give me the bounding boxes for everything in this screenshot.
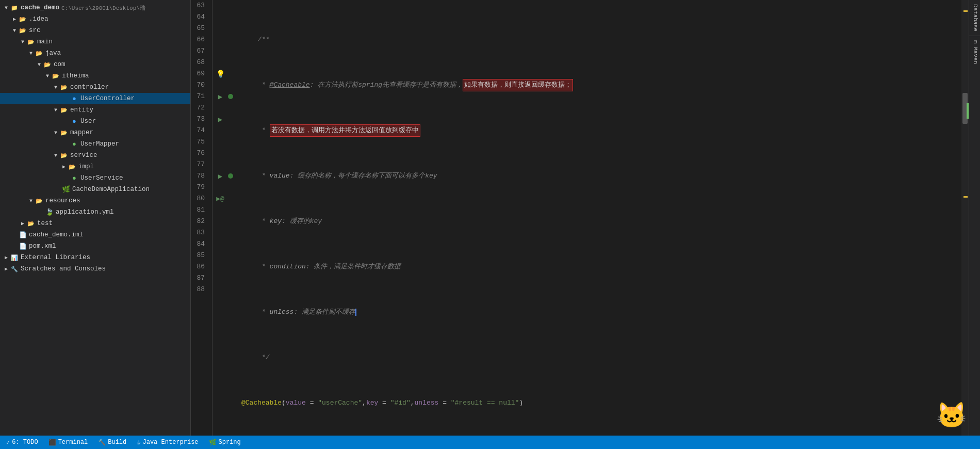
spring-status[interactable]: 🌿 Spring — [207, 439, 243, 446]
sidebar-item-main[interactable]: ▼ 📂 main — [0, 36, 190, 47]
gutter-69: 💡 — [213, 68, 228, 79]
arrow-icon: ▼ — [35, 62, 43, 68]
arrow-icon: ▼ — [10, 28, 19, 34]
arrow-icon: ▼ — [52, 130, 60, 136]
sidebar-item-external-libraries[interactable]: ▶ 📊 External Libraries — [0, 252, 190, 263]
code-line-65: * 若没有数据，调用方法并将方法返回值放到缓存中 — [241, 125, 961, 136]
line-num-67: 67 — [191, 45, 208, 57]
sidebar-item-application-yml[interactable]: ▶ 🍃 application.yml — [0, 206, 190, 218]
bookmark-gutter — [228, 0, 237, 436]
arrow-icon: ▼ — [27, 198, 35, 204]
sidebar-item-pom[interactable]: ▶ 📄 pom.xml — [0, 240, 190, 252]
folder-icon: 📂 — [60, 151, 68, 159]
sidebar-item-itheima[interactable]: ▼ 📂 itheima — [0, 70, 190, 82]
sidebar-item-user[interactable]: ▶ ● User — [0, 116, 190, 127]
gutter-row — [228, 148, 237, 159]
gutter-row — [228, 227, 237, 238]
run-gutter-icon[interactable]: ▶ — [218, 172, 222, 181]
interface-icon: ● — [70, 174, 78, 182]
sidebar-item-iml[interactable]: ▶ 📄 cache_demo.iml — [0, 229, 190, 240]
code-text: = — [438, 397, 450, 409]
sidebar-item-impl[interactable]: ▶ 📂 impl — [0, 161, 190, 172]
gutter-row — [228, 34, 237, 45]
code-text: "userCache" — [318, 397, 362, 409]
sidebar-item-entity[interactable]: ▼ 📂 entity — [0, 104, 190, 116]
code-line-67: * key: 缓存的key — [241, 216, 961, 227]
interface-icon: ● — [70, 140, 78, 148]
sidebar-item-java[interactable]: ▼ 📂 java — [0, 47, 190, 59]
class-icon: ● — [70, 117, 78, 125]
gutter-82 — [213, 216, 228, 227]
maven-panel-button[interactable]: m Maven — [969, 36, 980, 68]
sidebar-item-idea[interactable]: ▶ 📂 .idea — [0, 13, 190, 25]
sidebar-item-cache-demo[interactable]: ▼ 📁 cache_demo C:\Users\29001\Desktop\瑞 — [0, 2, 190, 13]
code-text: @Cacheable — [241, 397, 282, 409]
code-text: value — [286, 397, 306, 409]
arrow-icon: ▼ — [19, 39, 27, 45]
folder-icon: 📂 — [60, 83, 68, 91]
code-line-63: /** — [241, 34, 961, 45]
gutter-row — [228, 68, 237, 79]
run-gutter-icon[interactable]: ▶ — [218, 115, 222, 124]
sidebar-item-scratches[interactable]: ▶ 🔧 Scratches and Consoles — [0, 263, 190, 275]
code-text: , — [411, 397, 415, 409]
line-num-70: 70 — [191, 79, 208, 91]
library-icon: 📊 — [10, 253, 19, 262]
gutter-icons: 💡 ▶ ▶ ▶ ▶@ — [213, 0, 228, 436]
code-text: * key: 缓存的key — [241, 216, 322, 227]
code-editor[interactable]: /** * @Cacheable: 在方法执行前spring先查看缓存中是否有数… — [237, 0, 961, 436]
folder-icon: 📂 — [27, 219, 35, 228]
gutter-row — [228, 102, 237, 114]
sidebar-item-user-controller[interactable]: ▶ ● UserController — [0, 93, 190, 104]
run-gutter-icon[interactable]: ▶ — [218, 92, 222, 101]
iml-icon: 📄 — [19, 231, 27, 239]
run-gutter-icon[interactable]: ▶@ — [216, 195, 224, 203]
java-enterprise-status[interactable]: ☕ Java Enterprise — [135, 439, 200, 446]
class-icon: ● — [70, 94, 78, 103]
code-text: , — [362, 397, 366, 409]
sidebar-item-cache-demo-app[interactable]: ▶ 🌿 CacheDemoApplication — [0, 184, 190, 195]
sidebar-label: java — [45, 50, 61, 57]
sidebar-item-service[interactable]: ▼ 📂 service — [0, 150, 190, 161]
sidebar-label: pom.xml — [29, 243, 56, 250]
gutter-row — [228, 79, 237, 91]
gutter-86 — [213, 261, 228, 272]
folder-icon: 📂 — [19, 15, 27, 23]
vertical-scrollbar[interactable] — [961, 0, 969, 436]
sidebar-item-resources[interactable]: ▼ 📂 resources — [0, 195, 190, 206]
line-num-76: 76 — [191, 148, 208, 159]
sidebar-item-user-mapper[interactable]: ▶ ● UserMapper — [0, 138, 190, 150]
line-num-72: 72 — [191, 102, 208, 114]
bulb-icon[interactable]: 💡 — [216, 70, 225, 78]
code-text: * value: 缓存的名称，每个缓存名称下面可以有多个key — [241, 170, 437, 182]
sidebar-label: application.yml — [56, 209, 114, 216]
gutter-75 — [213, 136, 228, 148]
line-num-69: 69 — [191, 68, 208, 79]
build-status[interactable]: 🔨 Build — [96, 439, 128, 446]
todo-status[interactable]: ✓ 6: TODO — [4, 439, 40, 446]
sidebar-item-mapper[interactable]: ▼ 📂 mapper — [0, 127, 190, 138]
sidebar-item-com[interactable]: ▼ 📂 com — [0, 59, 190, 70]
code-text: "#result == null" — [451, 397, 519, 409]
sidebar-item-src[interactable]: ▼ 📂 src — [0, 25, 190, 36]
scratches-icon: 🔧 — [10, 265, 19, 273]
sidebar-item-user-service[interactable]: ▶ ● UserService — [0, 172, 190, 184]
line-num-79: 79 — [191, 182, 208, 193]
gutter-row — [228, 125, 237, 136]
gutter-row — [228, 136, 237, 148]
line-num-83: 83 — [191, 227, 208, 238]
gutter-row — [228, 23, 237, 34]
gutter-78: ▶ — [213, 170, 228, 182]
code-text: = — [378, 397, 390, 409]
code-line-71: @Cacheable(value = "userCache",key = "#i… — [241, 397, 961, 409]
sidebar-item-test[interactable]: ▶ 📂 test — [0, 218, 190, 229]
code-text: * unless: 满足条件则不缓存 — [241, 307, 355, 318]
gutter-83 — [213, 227, 228, 238]
sidebar-item-controller[interactable]: ▼ 📂 controller — [0, 82, 190, 93]
code-text: @Cacheable — [270, 79, 310, 91]
terminal-status[interactable]: ⬛ Terminal — [46, 439, 90, 446]
line-num-68: 68 — [191, 57, 208, 68]
code-line-66: * value: 缓存的名称，每个缓存名称下面可以有多个key — [241, 170, 961, 182]
sidebar-label: .idea — [29, 15, 48, 23]
database-panel-button[interactable]: Database — [969, 0, 980, 36]
